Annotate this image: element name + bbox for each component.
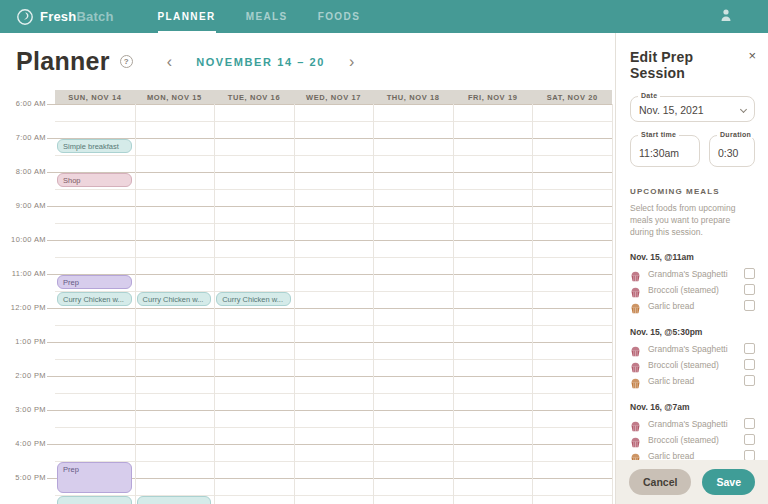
edit-prep-session-panel: Edit Prep Session × Date Nov. 15, 2021 S… xyxy=(615,33,768,504)
meal-item-name: Broccoli (steamed) xyxy=(648,360,719,370)
meal-item-checkbox[interactable] xyxy=(744,343,755,354)
close-icon[interactable]: × xyxy=(748,49,756,62)
user-account-icon[interactable] xyxy=(718,7,734,27)
grid-line xyxy=(55,189,612,190)
grid-line xyxy=(612,104,613,504)
meal-item: Broccoli (steamed) xyxy=(616,282,768,298)
prev-week-button[interactable]: ‹ xyxy=(163,54,176,70)
grid-line xyxy=(55,427,612,428)
grid-line xyxy=(55,291,612,292)
day-header: WED, NOV 17 xyxy=(294,90,374,104)
cupcake-icon xyxy=(630,434,641,445)
duration-label: Duration xyxy=(717,131,754,138)
duration-input[interactable]: Duration 0:30 xyxy=(709,135,755,167)
grid-line xyxy=(47,274,612,275)
calendar-event[interactable]: Prep xyxy=(57,462,132,493)
meal-item-checkbox[interactable] xyxy=(744,268,755,279)
calendar-event[interactable]: Prep xyxy=(57,275,132,289)
meal-item-name: Garlic bread xyxy=(648,376,694,386)
meal-item: Grandma's Spaghetti xyxy=(616,416,768,432)
grid-line xyxy=(453,104,454,504)
meal-item: Grandma's Spaghetti xyxy=(616,341,768,357)
meal-item-name: Broccoli (steamed) xyxy=(648,285,719,295)
duration-value: 0:30 xyxy=(718,147,738,159)
time-label: 1:00 PM xyxy=(0,337,46,347)
bread-icon xyxy=(630,300,641,311)
meal-group-label: Nov. 15, @11am xyxy=(630,252,754,262)
grid-line xyxy=(55,461,612,462)
meal-item-name: Grandma's Spaghetti xyxy=(648,344,728,354)
meal-item-checkbox[interactable] xyxy=(744,434,755,445)
calendar-event[interactable]: Shop xyxy=(57,173,132,187)
grid-line xyxy=(55,121,612,122)
meal-item: Garlic bread xyxy=(616,373,768,389)
meal-item-checkbox[interactable] xyxy=(744,375,755,386)
cancel-button[interactable]: Cancel xyxy=(629,469,691,495)
meal-item-checkbox[interactable] xyxy=(744,359,755,370)
freshbatch-logo-icon xyxy=(16,8,34,26)
week-range-label: NOVEMBER 14 – 20 xyxy=(196,56,325,68)
meal-item: Garlic bread xyxy=(616,298,768,314)
grid-line xyxy=(532,104,533,504)
nav-item-meals[interactable]: MEALS xyxy=(246,0,288,33)
day-header-row: SUN, NOV 14MON, NOV 15TUE, NOV 16WED, NO… xyxy=(55,90,612,104)
day-header: FRI, NOV 19 xyxy=(453,90,533,104)
bread-icon xyxy=(630,375,641,386)
calendar-event[interactable]: Curry Chicken w... xyxy=(137,292,212,306)
meal-item: Broccoli (steamed) xyxy=(616,357,768,373)
meal-item-checkbox[interactable] xyxy=(744,284,755,295)
meal-group-label: Nov. 15, @5:30pm xyxy=(630,327,754,337)
panel-footer: Cancel Save xyxy=(616,460,768,504)
meal-item-checkbox[interactable] xyxy=(744,418,755,429)
cupcake-icon xyxy=(630,343,641,354)
time-label: 4:00 PM xyxy=(0,439,46,449)
date-select[interactable]: Date Nov. 15, 2021 xyxy=(630,96,755,122)
cupcake-icon xyxy=(630,418,641,429)
next-week-button[interactable]: › xyxy=(345,54,358,70)
cupcake-icon xyxy=(630,284,641,295)
grid-line xyxy=(47,172,612,173)
calendar-event[interactable]: Curry Chicken w... xyxy=(57,292,132,306)
meal-item-checkbox[interactable] xyxy=(744,300,755,311)
help-icon[interactable]: ? xyxy=(120,55,133,68)
meal-item-name: Garlic bread xyxy=(648,301,694,311)
calendar-event[interactable]: Simple breakfast xyxy=(57,139,132,153)
app-logo: FreshBatch xyxy=(16,8,114,26)
grid-line xyxy=(55,495,612,496)
start-time-input[interactable]: Start time 11:30am xyxy=(630,135,700,167)
day-header: MON, NOV 15 xyxy=(135,90,215,104)
save-button[interactable]: Save xyxy=(702,469,755,495)
grid-line xyxy=(47,240,612,241)
nav-item-foods[interactable]: FOODS xyxy=(318,0,361,33)
time-label: 9:00 AM xyxy=(0,201,46,211)
upcoming-meals-heading: UPCOMING MEALS xyxy=(630,187,754,196)
cupcake-icon xyxy=(630,268,641,279)
start-time-label: Start time xyxy=(638,131,679,138)
meal-item-name: Grandma's Spaghetti xyxy=(648,269,728,279)
day-header: TUE, NOV 16 xyxy=(214,90,294,104)
time-label: 8:00 AM xyxy=(0,167,46,177)
grid-line xyxy=(47,478,612,479)
planner-content: Planner ? ‹ NOVEMBER 14 – 20 › SUN, NOV … xyxy=(0,33,615,504)
grid-line xyxy=(47,206,612,207)
time-label: 5:00 PM xyxy=(0,473,46,483)
week-calendar: SUN, NOV 14MON, NOV 15TUE, NOV 16WED, NO… xyxy=(0,90,613,504)
grid-line xyxy=(55,393,612,394)
date-value: Nov. 15, 2021 xyxy=(639,104,704,116)
grid-line xyxy=(55,359,612,360)
top-nav-bar: FreshBatch PLANNERMEALSFOODS xyxy=(0,0,768,33)
grid-line xyxy=(47,342,612,343)
calendar-event[interactable] xyxy=(137,496,212,504)
meal-item-name: Broccoli (steamed) xyxy=(648,435,719,445)
calendar-event[interactable]: Curry Chicken w... xyxy=(216,292,291,306)
calendar-event[interactable] xyxy=(57,496,132,504)
day-header: SAT, NOV 20 xyxy=(532,90,612,104)
time-label: 6:00 AM xyxy=(0,99,46,109)
grid-line xyxy=(373,104,374,504)
grid-line xyxy=(294,104,295,504)
meal-item: Broccoli (steamed) xyxy=(616,432,768,448)
start-time-value: 11:30am xyxy=(639,147,679,159)
nav-item-planner[interactable]: PLANNER xyxy=(158,0,216,33)
grid-line xyxy=(55,155,612,156)
date-label: Date xyxy=(638,92,660,99)
